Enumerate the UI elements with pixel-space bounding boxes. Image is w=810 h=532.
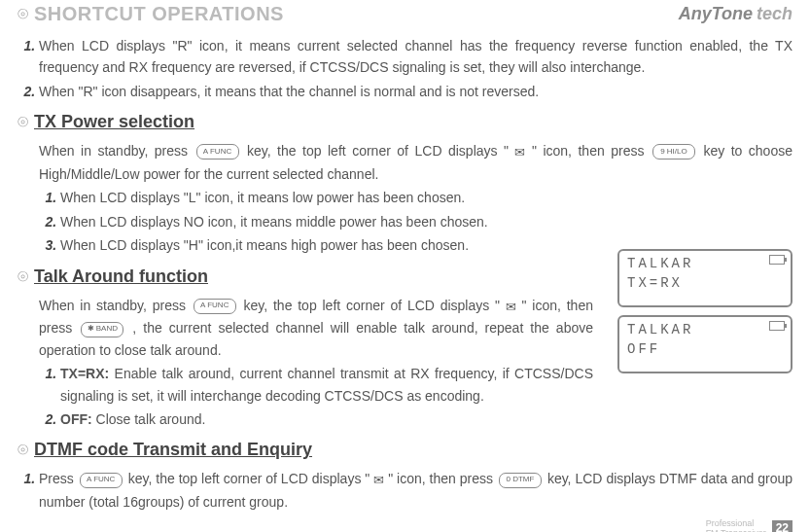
text: When in standby, press — [39, 298, 192, 313]
list-item: When LCD displays NO icon, it means midd… — [60, 211, 792, 232]
battery-icon — [769, 255, 785, 265]
section-title: DTMF code Transmit and Enquiry — [34, 440, 312, 460]
item-text: Enable talk around, current channel tran… — [60, 366, 593, 403]
func-key-icon: A FUNC — [80, 473, 123, 488]
lcd-screen-talkaround-off: TALKAR OFF — [617, 315, 792, 373]
lcd-previews: TALKAR TX=RX TALKAR OFF — [617, 249, 792, 373]
lcd-line: OFF — [627, 340, 783, 360]
talk-around-list: TX=RX: Enable talk around, current chann… — [60, 363, 593, 430]
item-label: OFF: — [60, 411, 92, 427]
envelope-icon: ✉ — [373, 473, 384, 487]
band-key-icon: ✱ BAND — [81, 322, 123, 337]
item-text: Close talk around. — [92, 411, 206, 427]
wave-icon: ⦾ — [18, 114, 28, 130]
text: " icon, then press — [388, 471, 497, 486]
footer-line: FM Transceiver — [706, 528, 766, 532]
text: When in standby, press — [39, 143, 194, 159]
dtmf-list: Press A FUNC key, the top left corner of… — [39, 468, 792, 513]
hilo-key-icon: 9 HI/LO — [652, 144, 695, 160]
section-title: Talk Around function — [34, 266, 208, 287]
list-item: Press A FUNC key, the top left corner of… — [39, 468, 792, 513]
list-item: When LCD displays "R" icon, it means cur… — [39, 35, 792, 79]
text: key, the top left corner of LCD displays… — [244, 298, 506, 313]
list-item: When "R" icon disappears, it means that … — [39, 81, 792, 102]
section-head-tx-power: ⦾ TX Power selection — [18, 112, 792, 132]
footer-line: Professional — [706, 518, 766, 528]
item-label: TX=RX: — [60, 366, 109, 381]
dtmf-body: Press A FUNC key, the top left corner of… — [18, 468, 792, 513]
page-number: 22 — [772, 520, 792, 532]
wave-icon: ⦾ — [18, 6, 28, 22]
text: key, the top left corner of LCD displays… — [128, 471, 374, 486]
talk-around-body: When in standby, press A FUNC key, the t… — [18, 295, 593, 431]
section-head-dtmf: ⦾ DTMF code Transmit and Enquiry — [18, 440, 792, 460]
brand-sub: tech — [757, 4, 792, 24]
text: " icon, then press — [532, 143, 651, 159]
list-item: OFF: Close talk around. — [60, 408, 593, 430]
page-footer: Professional FM Transceiver 22 — [706, 518, 792, 532]
wave-icon: ⦾ — [18, 268, 28, 285]
brand-name: AnyTone — [679, 4, 753, 24]
envelope-icon: ✉ — [514, 145, 525, 160]
battery-icon — [769, 321, 785, 331]
lcd-screen-talkaround-on: TALKAR TX=RX — [617, 249, 792, 307]
list-item: TX=RX: Enable talk around, current chann… — [60, 363, 593, 407]
func-key-icon: A FUNC — [196, 144, 239, 160]
brand-logo: AnyTone tech — [679, 4, 792, 24]
section-title: TX Power selection — [34, 112, 194, 132]
text: Press — [39, 471, 78, 486]
tx-power-list: When LCD displays "L" icon, it means low… — [60, 187, 792, 256]
envelope-icon: ✉ — [506, 300, 516, 314]
func-key-icon: A FUNC — [194, 299, 236, 314]
wave-icon: ⦾ — [18, 442, 28, 458]
dtmf-key-icon: 0 DTMF — [499, 473, 542, 488]
lcd-line: TALKAR — [627, 321, 783, 340]
lcd-line: TX=RX — [627, 274, 783, 294]
text: key, the top left corner of LCD displays… — [247, 143, 514, 159]
list-item: When LCD displays "L" icon, it means low… — [60, 187, 792, 208]
page-title: SHORTCUT OPERATIONS — [34, 3, 284, 25]
page-header: ⦾ SHORTCUT OPERATIONS AnyTone tech — [18, 0, 792, 27]
lcd-line: TALKAR — [627, 255, 783, 274]
intro-list: When LCD displays "R" icon, it means cur… — [39, 35, 792, 102]
tx-power-body: When in standby, press A FUNC key, the t… — [18, 140, 792, 256]
